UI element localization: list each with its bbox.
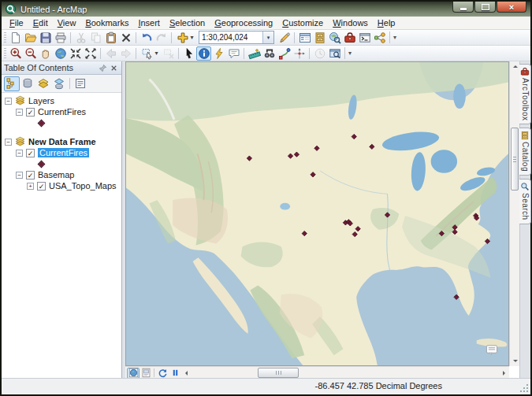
tree-label[interactable]: CurrentFires [38,107,86,117]
basemap-attribution-icon[interactable] [485,344,499,356]
minimize-button[interactable] [452,2,474,13]
modelbuilder-button[interactable] [372,31,387,45]
hyperlink-button[interactable] [211,46,226,61]
tree-label[interactable]: Basemap [38,170,74,179]
zoom-out-button[interactable] [23,46,38,61]
dock-tab-catalog[interactable]: Catalog [519,128,531,176]
collapse-icon[interactable]: − [16,109,23,116]
dock-tab-arctoolbox[interactable]: ArcToolbox [519,64,531,124]
find-button[interactable] [262,46,277,61]
full-extent-button[interactable] [53,46,68,61]
menu-help[interactable]: Help [373,17,400,28]
toc-options-button[interactable] [73,76,88,91]
menu-bookmarks[interactable]: Bookmarks [80,17,133,28]
list-by-source-button[interactable] [20,76,35,91]
scroll-right-button[interactable] [499,368,509,378]
html-popup-button[interactable] [226,46,241,61]
menu-view[interactable]: View [53,17,81,28]
delete-button[interactable] [118,31,133,45]
collapse-icon[interactable]: − [5,139,12,146]
pause-drawing-button[interactable] [169,368,181,379]
layer-checkbox[interactable]: ✓ [26,108,35,117]
search-window-button[interactable] [327,31,342,45]
fixed-zoom-in-button[interactable] [68,46,83,61]
menu-insert[interactable]: Insert [133,17,165,28]
fixed-zoom-out-button[interactable] [83,46,98,61]
paste-button[interactable] [103,31,118,45]
close-button[interactable]: × [497,2,526,13]
collapse-icon[interactable]: − [5,98,12,105]
open-folder-button[interactable] [23,31,38,45]
layout-view-button[interactable] [140,368,152,379]
python-window-button[interactable] [357,31,372,45]
list-by-drawing-order-button[interactable] [4,76,20,91]
toolbar-overflow-button[interactable]: ▾ [344,47,354,59]
scroll-left-button[interactable] [181,368,192,378]
layer-checkbox[interactable]: ✓ [26,171,35,179]
identify-button[interactable] [196,46,211,61]
tree-item-currentfires-1[interactable]: − ✓ CurrentFires [2,106,121,117]
tree-label[interactable]: USA_Topo_Maps [49,181,117,191]
measure-button[interactable] [247,46,262,61]
arctoolbox-window-button[interactable] [342,31,357,45]
go-to-xy-button[interactable] [292,46,307,61]
toc-close-button[interactable] [108,62,119,73]
menu-selection[interactable]: Selection [165,17,210,28]
map-vertical-scrollbar[interactable] [509,61,519,366]
tree-item-usa-topo-maps[interactable]: + ✓ USA_Topo_Maps [2,180,121,191]
horizontal-scroll-thumb[interactable] [258,368,299,378]
menu-file[interactable]: File [5,17,28,28]
tree-item-layers[interactable]: − Layers [2,95,121,106]
tree-item-currentfires-2[interactable]: − ✓ CurrentFires [2,147,121,158]
pin-button[interactable] [97,62,108,73]
zoom-in-button[interactable] [8,46,23,61]
print-button[interactable] [53,31,68,45]
refresh-view-button[interactable] [156,368,169,379]
toolbar-separator [309,48,310,59]
tree-label[interactable]: Layers [28,96,54,105]
scale-dropdown-arrow[interactable]: ▾ [262,31,273,43]
map-viewport[interactable] [125,61,509,366]
expand-icon[interactable]: + [27,183,34,190]
layer-checkbox[interactable]: ✓ [26,149,35,157]
editor-pencil-button[interactable] [277,31,292,45]
pan-button[interactable] [38,46,53,61]
tree-label[interactable]: New Data Frame [28,137,96,146]
map-scale-combo[interactable]: ▾ [199,31,274,44]
menu-customize[interactable]: Customize [277,17,328,28]
tree-item-new-data-frame[interactable]: − New Data Frame [2,136,121,147]
save-button[interactable] [38,31,53,45]
collapse-icon[interactable]: − [16,150,23,157]
dropdown-caret[interactable]: ▾ [154,50,158,57]
dock-tab-search[interactable]: Search [519,179,531,224]
tree-item-basemap[interactable]: − ✓ Basemap [2,169,121,180]
tree-label-selected[interactable]: CurrentFires [38,148,89,157]
find-route-button[interactable] [277,46,292,61]
dropdown-caret[interactable]: ▾ [190,34,193,41]
data-view-button[interactable] [127,368,140,379]
vertical-scroll-thumb[interactable] [511,128,519,191]
select-features-button[interactable]: ▾ [139,46,161,61]
map-scale-input[interactable] [199,33,262,42]
menu-edit[interactable]: Edit [28,17,53,28]
title-bar[interactable]: Untitled - ArcMap × [2,2,530,17]
maximize-button[interactable] [474,2,496,13]
menu-windows[interactable]: Windows [328,17,373,28]
list-by-selection-button[interactable] [51,76,67,91]
list-by-visibility-button[interactable] [35,76,51,91]
horizontal-scroll-track[interactable] [192,368,499,378]
fire-point-symbol [39,120,44,125]
collapse-icon[interactable]: − [16,172,23,179]
resize-grip[interactable] [520,384,529,393]
toc-title: Table Of Contents [4,63,97,72]
viewer-window-button[interactable] [327,46,342,61]
layer-checkbox[interactable]: ✓ [37,182,46,191]
undo-button[interactable] [139,31,154,45]
catalog-window-button[interactable] [312,31,327,45]
add-data-button[interactable]: ▾ [174,31,196,45]
new-document-button[interactable] [8,31,23,45]
select-elements-button[interactable] [181,46,196,61]
toolbar-overflow-button[interactable]: ▾ [389,31,399,43]
menu-geoprocessing[interactable]: Geoprocessing [210,17,277,28]
table-of-contents-window-button[interactable] [297,31,312,45]
